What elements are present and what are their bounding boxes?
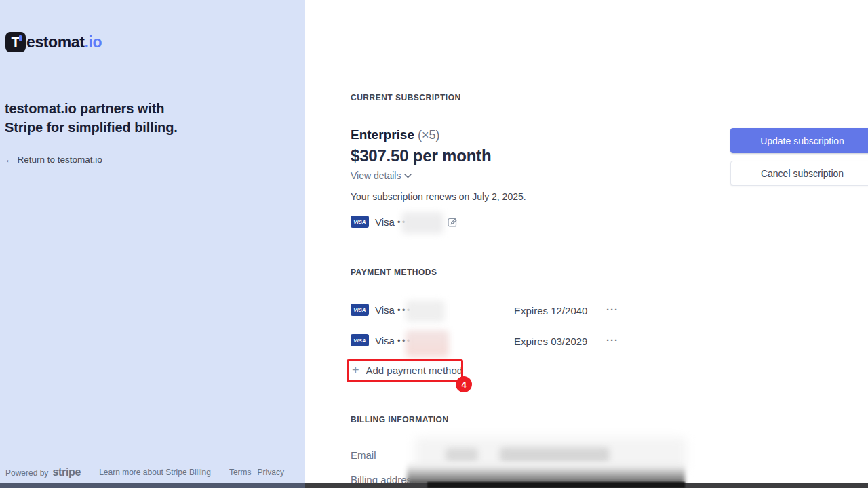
cancel-subscription-button[interactable]: Cancel subscription	[730, 161, 868, 186]
powered-by-stripe-link[interactable]: Powered by stripe	[5, 466, 81, 479]
redacted-email-value	[500, 447, 610, 462]
add-payment-method-label: Add payment method	[366, 365, 463, 376]
screen-bottom-edge	[0, 483, 305, 488]
plan-quantity: (×5)	[418, 128, 440, 142]
testomat-logo: T estomat.io	[5, 32, 102, 52]
privacy-link[interactable]: Privacy	[258, 468, 284, 477]
headline-line-2: Stripe for simplified billing.	[5, 118, 215, 137]
sidebar-footer: Powered by stripe Learn more about Strip…	[5, 466, 284, 479]
logo-text: estomat.io	[26, 33, 102, 52]
stripe-wordmark: stripe	[52, 466, 81, 479]
view-details-label: View details	[351, 170, 401, 181]
renewal-notice: Your subscription renews on July 2, 2025…	[351, 191, 526, 202]
email-label: Email	[351, 449, 376, 461]
visa-card-icon: VISA	[351, 216, 369, 228]
headline-line-1: testomat.io partners with	[5, 99, 215, 118]
card-brand-label: Visa	[375, 335, 395, 346]
footer-divider	[90, 467, 90, 479]
add-payment-method-button[interactable]: + Add payment method	[352, 364, 462, 376]
card-brand-label: Visa	[375, 216, 395, 228]
section-divider	[351, 283, 868, 283]
plan-row: Enterprise(×5)	[351, 127, 440, 142]
section-divider	[351, 108, 868, 108]
card-brand-label: Visa	[375, 304, 395, 316]
redacted-card-number	[406, 330, 449, 357]
logo-accent-mark	[19, 35, 22, 41]
card-overflow-menu[interactable]: ···	[606, 337, 618, 344]
card-overflow-menu[interactable]: ···	[606, 306, 618, 313]
annotation-step-badge: 4	[456, 376, 472, 392]
payment-methods-section-label: PAYMENT METHODS	[351, 268, 437, 277]
learn-more-link[interactable]: Learn more about Stripe Billing	[99, 468, 211, 477]
plan-price: $307.50 per month	[351, 146, 491, 165]
redacted-card-number	[401, 212, 443, 234]
return-to-merchant-link[interactable]: ← Return to testomat.io	[5, 155, 102, 165]
powered-by-label: Powered by	[5, 468, 48, 478]
plus-icon: +	[352, 364, 359, 376]
sidebar-headline: testomat.io partners with Stripe for sim…	[5, 99, 215, 137]
card-expiry: Expires 12/2040	[514, 305, 587, 317]
testomat-logo-badge: T	[5, 32, 26, 52]
terms-link[interactable]: Terms	[229, 468, 252, 477]
billing-information-section-label: BILLING INFORMATION	[351, 415, 449, 424]
visa-card-icon: VISA	[351, 334, 369, 346]
billing-portal-page: T estomat.io testomat.io partners with S…	[0, 0, 868, 488]
current-subscription-section-label: CURRENT SUBSCRIPTION	[351, 93, 461, 102]
redacted-card-number	[406, 300, 445, 322]
plan-name: Enterprise	[351, 127, 414, 142]
redacted-address-dark-bar	[427, 482, 685, 488]
visa-card-icon: VISA	[351, 304, 369, 316]
section-divider	[351, 430, 868, 430]
back-arrow-icon: ←	[5, 155, 14, 165]
return-link-label: Return to testomat.io	[18, 155, 102, 165]
sidebar: T estomat.io testomat.io partners with S…	[0, 0, 305, 488]
view-details-toggle[interactable]: View details	[351, 170, 412, 181]
redacted-email-value	[446, 448, 478, 462]
edit-card-icon[interactable]	[448, 217, 458, 227]
card-expiry: Expires 03/2029	[514, 336, 587, 347]
chevron-down-icon	[404, 174, 412, 178]
update-subscription-button[interactable]: Update subscription	[730, 128, 868, 153]
footer-divider	[220, 467, 220, 479]
